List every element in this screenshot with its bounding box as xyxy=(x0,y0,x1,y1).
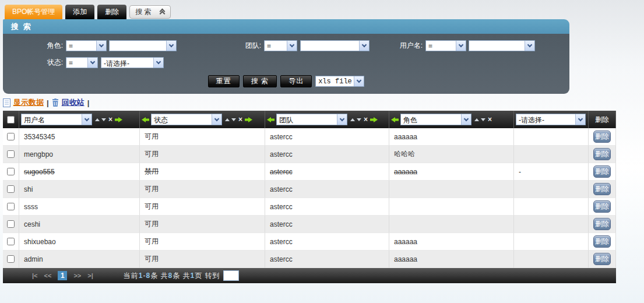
status-cell: 可用 xyxy=(140,128,265,146)
team-cell: astercc xyxy=(265,251,389,268)
role-value-select[interactable] xyxy=(109,40,177,51)
recycle-bin-link[interactable]: 回收站 xyxy=(62,97,85,108)
role-operator-select[interactable]: = xyxy=(66,40,107,51)
status-column-select[interactable]: 状态 xyxy=(151,114,222,125)
sort-asc-icon[interactable] xyxy=(95,118,100,121)
sort-asc-icon[interactable] xyxy=(225,118,230,121)
row-checkbox[interactable] xyxy=(7,203,15,210)
row-delete-button[interactable]: 删除 xyxy=(593,253,611,265)
trash-icon xyxy=(52,98,59,107)
table-row: shi 可用 astercc 删除 xyxy=(3,181,616,198)
row-checkbox[interactable] xyxy=(7,185,15,193)
tab-bpo-account-manage[interactable]: BPO帐号管理 xyxy=(5,5,62,19)
remove-column-icon[interactable]: × xyxy=(238,116,242,123)
sort-asc-icon[interactable] xyxy=(474,118,479,121)
role-column-select[interactable]: 角色 xyxy=(400,114,471,125)
table-row: sugoo555 禁用 astercc aaaaaa - 删除 xyxy=(3,163,616,181)
move-column-right-icon[interactable] xyxy=(245,117,252,122)
table-row: ceshi 可用 astercc 删除 xyxy=(3,216,616,233)
first-page-button[interactable]: |< xyxy=(32,272,38,279)
team-operator-select[interactable]: = xyxy=(264,40,297,51)
search-collapse-button[interactable]: 搜 索 xyxy=(129,5,170,19)
status-label: 状态: xyxy=(3,58,66,68)
export-button[interactable]: 导出 xyxy=(280,75,312,87)
row-checkbox[interactable] xyxy=(7,255,15,263)
move-column-left-icon[interactable] xyxy=(267,117,275,122)
search-panel: 搜 索 角色: = 团队: = xyxy=(3,19,569,94)
row-checkbox[interactable] xyxy=(7,168,15,175)
row-delete-button[interactable]: 删除 xyxy=(593,183,611,195)
table-row: admin 可用 astercc aaaaaa 删除 xyxy=(3,251,616,268)
extra-cell xyxy=(514,216,589,233)
team-cell: astercc xyxy=(265,216,389,233)
extra-cell xyxy=(514,198,589,216)
move-column-right-icon[interactable] xyxy=(370,117,378,122)
reset-button[interactable]: 重置 xyxy=(208,75,240,87)
username-cell: 35345345 xyxy=(19,128,140,146)
status-value-select[interactable]: -请选择- xyxy=(101,57,164,68)
team-column-select[interactable]: 团队 xyxy=(276,114,347,125)
row-checkbox[interactable] xyxy=(7,150,15,158)
status-operator-select[interactable]: = xyxy=(66,57,98,68)
extra-cell xyxy=(514,233,589,251)
row-delete-button[interactable]: 删除 xyxy=(593,165,611,178)
goto-page-input[interactable] xyxy=(223,270,239,281)
role-cell: aaaaaa xyxy=(389,251,514,268)
sort-desc-icon[interactable] xyxy=(357,118,361,121)
last-page-button[interactable]: >| xyxy=(87,272,93,279)
username-cell: shi xyxy=(19,181,140,198)
move-column-right-icon[interactable] xyxy=(115,117,122,122)
sort-asc-icon[interactable] xyxy=(350,118,355,121)
add-column-select[interactable]: -请选择- xyxy=(516,114,586,125)
select-all-checkbox[interactable] xyxy=(7,116,15,124)
table-header-row: 用户名 × 状态 × xyxy=(3,111,616,128)
info-text: 条 共 xyxy=(150,271,168,281)
search-panel-title: 搜 索 xyxy=(3,19,569,34)
username-operator-select[interactable]: = xyxy=(425,40,466,51)
status-cell: 可用 xyxy=(140,181,265,198)
row-delete-button[interactable]: 删除 xyxy=(593,200,611,213)
row-checkbox[interactable] xyxy=(7,133,15,140)
move-column-left-icon[interactable] xyxy=(391,117,399,122)
export-format-select[interactable]: xls file xyxy=(315,76,364,87)
username-cell: admin xyxy=(19,251,140,268)
search-button[interactable]: 搜 索 xyxy=(243,75,277,87)
chevron-down-icon xyxy=(212,114,221,125)
tab-delete[interactable]: 删除 xyxy=(97,5,126,19)
remove-column-icon[interactable]: × xyxy=(108,116,112,123)
row-checkbox[interactable] xyxy=(7,238,15,245)
role-cell: aaaaaa xyxy=(389,128,514,146)
row-delete-button[interactable]: 删除 xyxy=(593,218,611,230)
sort-desc-icon[interactable] xyxy=(231,118,236,121)
move-column-left-icon[interactable] xyxy=(142,117,149,122)
remove-column-icon[interactable]: × xyxy=(364,116,368,123)
team-value-select[interactable] xyxy=(300,40,369,51)
username-value-select[interactable] xyxy=(469,40,535,51)
status-cell: 可用 xyxy=(140,233,265,251)
sort-desc-icon[interactable] xyxy=(481,118,485,121)
table-row: shixuebao 可用 astercc aaaaaa 删除 xyxy=(3,233,616,251)
prev-page-button[interactable]: << xyxy=(44,272,52,279)
chevron-down-icon xyxy=(461,114,471,125)
username-column-select[interactable]: 用户名 xyxy=(21,114,92,125)
table-row: ssss 可用 astercc 删除 xyxy=(3,198,616,216)
current-page-button[interactable]: 1 xyxy=(58,271,67,280)
row-delete-button[interactable]: 删除 xyxy=(593,131,611,143)
remove-column-icon[interactable]: × xyxy=(488,116,492,123)
row-delete-button[interactable]: 删除 xyxy=(593,148,611,160)
role-cell xyxy=(389,216,514,233)
chevron-down-icon xyxy=(575,114,585,125)
sort-desc-icon[interactable] xyxy=(101,118,106,121)
chevron-down-icon xyxy=(87,58,97,68)
accounts-table: 用户名 × 状态 × xyxy=(3,111,616,283)
link-separator: | xyxy=(47,98,49,107)
next-page-button[interactable]: >> xyxy=(73,272,81,279)
row-checkbox[interactable] xyxy=(7,220,15,228)
chevron-down-icon xyxy=(456,41,466,51)
extra-cell: - xyxy=(514,163,589,181)
extra-cell xyxy=(514,251,589,268)
row-delete-button[interactable]: 删除 xyxy=(593,235,611,248)
show-data-link[interactable]: 显示数据 xyxy=(13,97,44,108)
tab-bar: BPO帐号管理 添加 删除 搜 索 xyxy=(0,0,644,19)
tab-add[interactable]: 添加 xyxy=(65,5,94,19)
